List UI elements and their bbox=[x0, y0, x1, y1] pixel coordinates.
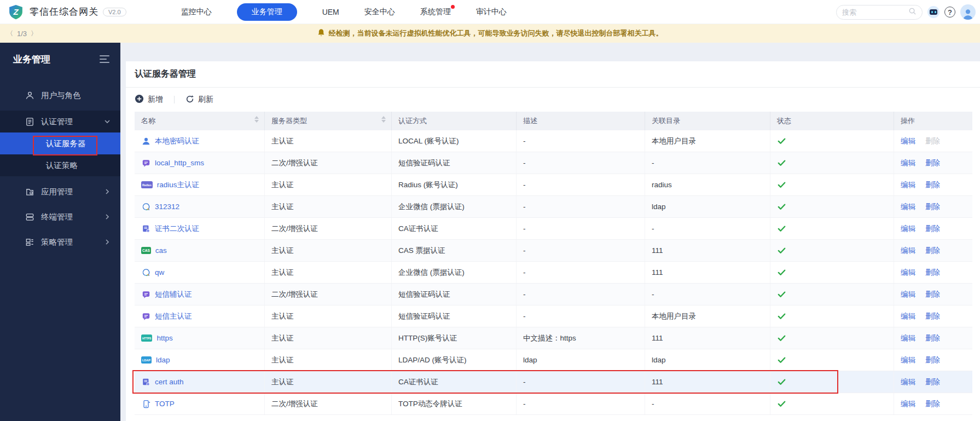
search-input[interactable] bbox=[842, 8, 908, 16]
server-type-cell: 二次/增强认证 bbox=[265, 218, 392, 239]
table-row[interactable]: Radiusradius主认证主认证Radius (账号认证)-radius编辑… bbox=[135, 174, 972, 196]
table-row[interactable]: LDAPldap主认证LDAP/AD (账号认证)ldapldap编辑删除 bbox=[135, 349, 972, 371]
pager-prev-icon[interactable]: 〈 bbox=[7, 29, 13, 38]
edit-link[interactable]: 编辑 bbox=[901, 268, 915, 278]
edit-link[interactable]: 编辑 bbox=[901, 399, 915, 409]
edit-link[interactable]: 编辑 bbox=[901, 333, 915, 343]
table-row[interactable]: local_http_sms二次/增强认证短信验证码认证--编辑删除 bbox=[135, 152, 972, 174]
user-menu-icon bbox=[25, 91, 34, 100]
table-row[interactable]: 短信辅认证二次/增强认证短信验证码认证--编辑删除 bbox=[135, 284, 972, 305]
server-name-link[interactable]: 证书二次认证 bbox=[155, 224, 199, 234]
directory-cell: ldap bbox=[645, 196, 770, 217]
server-name-link[interactable]: cert auth bbox=[155, 378, 184, 386]
table-row[interactable]: 短信主认证主认证短信验证码认证-本地用户目录编辑删除 bbox=[135, 305, 972, 327]
refresh-button[interactable]: 刷新 bbox=[185, 95, 213, 105]
edit-link[interactable]: 编辑 bbox=[901, 312, 915, 321]
sidebar-item[interactable]: 用户与角色 bbox=[0, 84, 120, 106]
status-check-icon bbox=[777, 180, 786, 189]
edit-link[interactable]: 编辑 bbox=[901, 290, 915, 299]
assistant-robot-icon[interactable] bbox=[927, 6, 940, 18]
sidebar-item[interactable]: 应用管理 bbox=[0, 181, 120, 203]
server-name-link[interactable]: 本地密码认证 bbox=[155, 136, 199, 146]
sidebar-item[interactable]: 认证管理 bbox=[0, 111, 120, 132]
table-row[interactable]: HTTPShttps主认证HTTP(S)账号认证中文描述：https111编辑删… bbox=[135, 327, 972, 349]
table-row[interactable]: qw主认证企业微信 (票据认证)-111编辑删除 bbox=[135, 262, 972, 284]
table-row[interactable]: 312312主认证企业微信 (票据认证)-ldap编辑删除 bbox=[135, 196, 972, 218]
nav-item[interactable]: 安全中心 bbox=[364, 3, 395, 21]
table-row[interactable]: TOTP二次/增强认证TOTP动态令牌认证--编辑删除 bbox=[135, 393, 972, 415]
server-name-link[interactable]: local_http_sms bbox=[155, 159, 204, 167]
edit-link[interactable]: 编辑 bbox=[901, 355, 915, 365]
table-row[interactable]: cert auth主认证CA证书认证-111编辑删除 bbox=[135, 371, 972, 393]
delete-link[interactable]: 删除 bbox=[925, 246, 940, 256]
nav-item[interactable]: 审计中心 bbox=[476, 3, 507, 21]
server-name-link[interactable]: ldap bbox=[156, 356, 170, 364]
delete-link[interactable]: 删除 bbox=[925, 355, 940, 365]
sidebar-item[interactable]: 终端管理 bbox=[0, 206, 120, 228]
delete-link[interactable]: 删除 bbox=[925, 202, 940, 212]
server-type-cell: 主认证 bbox=[265, 130, 392, 152]
server-name-link[interactable]: cas bbox=[155, 246, 167, 255]
badge-radius-icon: Radius bbox=[141, 181, 153, 188]
collapse-menu-icon[interactable] bbox=[100, 55, 109, 63]
edit-link[interactable]: 编辑 bbox=[901, 180, 915, 190]
brand: Z 零信任综合网关 V2.0 bbox=[8, 4, 126, 20]
delete-link[interactable]: 删除 bbox=[925, 399, 940, 409]
delete-link[interactable]: 删除 bbox=[925, 268, 940, 278]
server-type-cell: 主认证 bbox=[265, 349, 392, 371]
add-button[interactable]: 新增 bbox=[135, 94, 163, 105]
nav-item[interactable]: 监控中心 bbox=[181, 3, 212, 21]
edit-link[interactable]: 编辑 bbox=[901, 202, 915, 212]
nav-item[interactable]: 业务管理 bbox=[237, 3, 297, 21]
server-name-link[interactable]: radius主认证 bbox=[157, 180, 199, 190]
server-name-link[interactable]: 312312 bbox=[155, 203, 179, 211]
delete-link[interactable]: 删除 bbox=[925, 180, 940, 190]
description-cell: - bbox=[517, 305, 645, 327]
edit-link[interactable]: 编辑 bbox=[901, 158, 915, 168]
table-row[interactable]: 本地密码认证主认证LOCAL (账号认证)-本地用户目录编辑删除 bbox=[135, 130, 972, 152]
avatar[interactable] bbox=[960, 4, 976, 20]
status-check-icon bbox=[777, 312, 786, 321]
delete-link[interactable]: 删除 bbox=[925, 312, 940, 321]
delete-link[interactable]: 删除 bbox=[925, 377, 940, 387]
delete-link[interactable]: 删除 bbox=[925, 136, 940, 146]
table-row[interactable]: 证书二次认证二次/增强认证CA证书认证--编辑删除 bbox=[135, 218, 972, 240]
server-name-link[interactable]: qw bbox=[155, 268, 164, 276]
sidebar-subitem[interactable]: 认证服务器 bbox=[0, 132, 120, 154]
actions-cell: 编辑删除 bbox=[894, 174, 972, 195]
sidebar-item[interactable]: 策略管理 bbox=[0, 231, 120, 253]
nav-item[interactable]: UEM bbox=[322, 4, 339, 20]
edit-link[interactable]: 编辑 bbox=[901, 377, 915, 387]
nav-item[interactable]: 系统管理 bbox=[420, 3, 451, 21]
delete-link[interactable]: 删除 bbox=[925, 158, 940, 168]
edit-link[interactable]: 编辑 bbox=[901, 246, 915, 256]
sort-icon[interactable] bbox=[381, 116, 386, 123]
sidebar-subitem[interactable]: 认证策略 bbox=[0, 154, 120, 176]
pager-next-icon[interactable]: 〉 bbox=[31, 29, 37, 38]
server-name-link[interactable]: TOTP bbox=[155, 400, 175, 408]
table-row[interactable]: CAScas主认证CAS 票据认证-111编辑删除 bbox=[135, 240, 972, 262]
description-cell: - bbox=[517, 240, 645, 261]
delete-link[interactable]: 删除 bbox=[925, 333, 940, 343]
help-icon[interactable]: ? bbox=[944, 7, 955, 18]
auth-doc-icon bbox=[25, 117, 34, 126]
column-header[interactable]: 服务器类型 bbox=[265, 112, 392, 130]
badge-cas-icon: CAS bbox=[141, 247, 151, 254]
column-header[interactable]: 名称 bbox=[135, 112, 265, 130]
directory-cell: radius bbox=[645, 174, 770, 195]
server-name-link[interactable]: 短信辅认证 bbox=[155, 290, 192, 299]
edit-link[interactable]: 编辑 bbox=[901, 224, 915, 234]
description-cell: - bbox=[517, 152, 645, 174]
server-type-cell: 二次/增强认证 bbox=[265, 152, 392, 174]
server-name-link[interactable]: 短信主认证 bbox=[155, 312, 192, 321]
edit-link[interactable]: 编辑 bbox=[901, 136, 915, 146]
sort-icon[interactable] bbox=[254, 116, 259, 123]
auth-method-cell: 企业微信 (票据认证) bbox=[392, 262, 517, 283]
delete-link[interactable]: 删除 bbox=[925, 224, 940, 234]
search-box[interactable] bbox=[836, 5, 923, 20]
auth-method-cell: TOTP动态令牌认证 bbox=[392, 393, 517, 414]
sidebar-item-label: 终端管理 bbox=[41, 212, 73, 222]
server-name-link[interactable]: https bbox=[156, 334, 172, 342]
delete-link[interactable]: 删除 bbox=[925, 290, 940, 299]
pager-label: 1/3 bbox=[17, 30, 27, 38]
